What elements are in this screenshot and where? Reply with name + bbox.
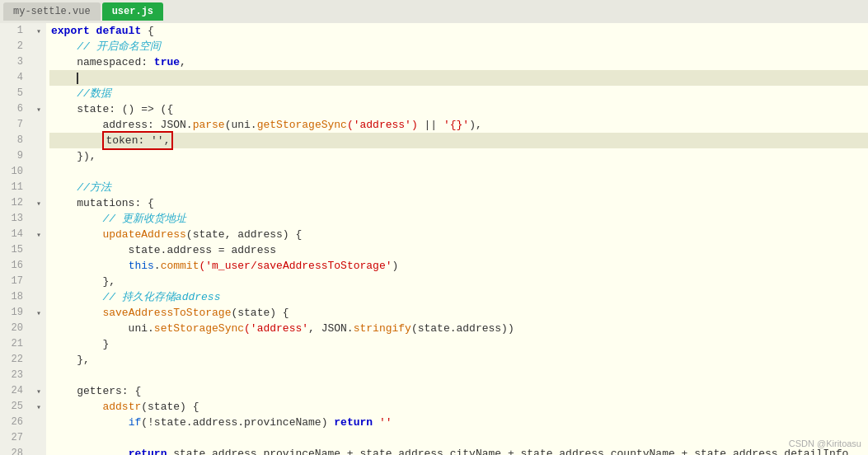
line-num-20: 20 [0,321,28,336]
token [51,133,102,148]
code-line-15: state.address = address [49,242,868,258]
token [51,399,102,415]
line-num-9: 9 [0,148,28,164]
line-numbers: 1 2 3 4 5 6 7 8 9 10 11 12 13 14 15 16 1… [0,23,33,455]
fold-23 [33,368,45,383]
line-num-3: 3 [0,54,28,70]
tab-user-js[interactable]: user.js [102,2,163,21]
line-num-21: 21 [0,336,28,352]
code-line-18: // 持久化存储address [49,289,868,305]
fold-4 [33,70,45,86]
token: stringify [354,321,411,336]
token [51,305,102,321]
code-line-23 [49,368,868,383]
code-line-8: token: '', [49,133,868,148]
fold-8 [33,133,45,148]
token: // 开启命名空间 [77,39,160,54]
code-lines: export default { // 开启命名空间 namespaced: t… [46,23,868,455]
line-num-23: 23 [0,368,28,383]
fold-19[interactable]: ▾ [33,305,45,321]
line-num-1: 1 [0,23,28,39]
line-num-6: 6 [0,101,28,117]
token: // 更新收货地址 [102,211,185,227]
token-highlighted: token: '', [102,131,173,150]
code-line-3: namespaced: true, [49,54,868,70]
token: } [51,336,109,352]
token: ), [469,117,482,133]
token [373,415,379,430]
line-num-2: 2 [0,39,28,54]
token: (state.address)) [411,321,514,336]
token: state.address.provinceName + state.addre… [167,446,848,455]
code-line-28: return state.address.provinceName + stat… [49,446,868,455]
line-num-27: 27 [0,430,28,446]
code-line-20: uni.setStorageSync('address', JSON.strin… [49,321,868,336]
token: ) [392,258,399,274]
code-line-25: addstr(state) { [49,399,868,415]
line-num-4: 4 [0,70,28,86]
token: true [154,54,180,70]
token: ('address') [347,117,418,133]
token: namespaced: [51,54,154,70]
code-line-22: }, [49,352,868,368]
line-num-5: 5 [0,86,28,101]
token: }), [51,148,96,164]
token: '' [379,415,392,430]
token: (!state.address.provinceName) [141,415,334,430]
line-num-12: 12 [0,195,28,211]
line-num-13: 13 [0,211,28,227]
tab-user-js-label: user.js [112,6,153,17]
token: ('address' [244,321,308,336]
token: . [154,258,161,274]
line-num-18: 18 [0,289,28,305]
code-line-13: // 更新收货地址 [49,211,868,227]
line-num-25: 25 [0,399,28,415]
fold-14[interactable]: ▾ [33,227,45,242]
token: return [334,415,373,430]
fold-26 [33,415,45,430]
token: (state) { [231,305,289,321]
token: || [418,117,443,133]
fold-24[interactable]: ▾ [33,383,45,399]
token: //数据 [77,86,111,101]
fold-5 [33,86,45,101]
token [51,86,77,101]
code-line-5: //数据 [49,86,868,101]
line-num-16: 16 [0,258,28,274]
line-num-28: 28 [0,446,28,455]
token [51,211,102,227]
token [51,258,129,274]
fold-27 [33,430,45,446]
token: export default [51,23,141,39]
line-num-17: 17 [0,274,28,289]
token: ('m_user/saveAddressToStorage' [199,258,392,274]
fold-21 [33,336,45,352]
code-line-17: }, [49,274,868,289]
token [51,227,102,242]
token: getStorageSync [257,117,347,133]
fold-25[interactable]: ▾ [33,399,45,415]
gutter-area: 1 2 3 4 5 6 7 8 9 10 11 12 13 14 15 16 1… [0,23,46,455]
fold-20 [33,321,45,336]
code-line-11: //方法 [49,180,868,195]
code-line-12: mutations: { [49,195,868,211]
fold-6[interactable]: ▾ [33,101,45,117]
token: state.address = address [51,242,276,258]
fold-2 [33,39,45,54]
watermark: CSDN @Kiritoasu [789,439,861,448]
fold-12[interactable]: ▾ [33,195,45,211]
editor-container: my-settle.vue user.js 1 2 3 4 5 6 7 8 9 … [0,0,868,455]
token: this [129,258,154,274]
fold-1[interactable]: ▾ [33,23,45,39]
fold-28 [33,446,45,455]
token [51,289,102,305]
line-num-7: 7 [0,117,28,133]
token: state: () => ({ [51,101,173,117]
code-line-9: }), [49,148,868,164]
token: (state) { [141,399,199,415]
token: (state, address) { [186,227,302,242]
tab-my-settle[interactable]: my-settle.vue [3,2,101,21]
token [51,415,129,430]
token [51,39,77,54]
line-num-24: 24 [0,383,28,399]
